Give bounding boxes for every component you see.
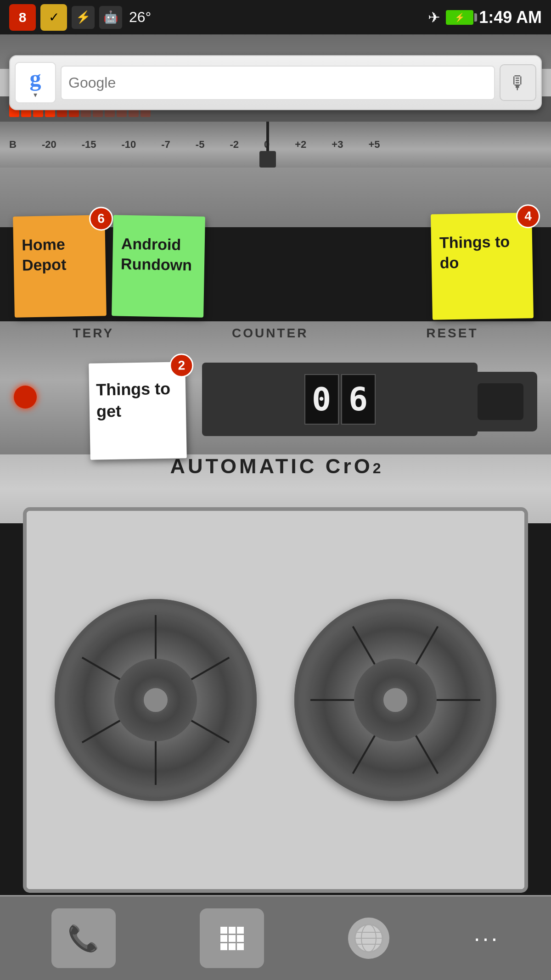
reset-button-inner [478,383,523,420]
usb-icon: ⚡ [72,6,95,29]
reels-section [27,511,524,889]
home-depot-text: Home Depot [22,234,98,275]
mic-icon: 🎙 [509,73,527,93]
sticky-note-android-rundown[interactable]: Android Rundown [112,215,205,317]
globe-icon [353,922,385,954]
globe-button[interactable] [348,918,389,959]
google-logo-button[interactable]: g ▾ [15,62,56,103]
phone-button[interactable]: 📞 [51,908,116,968]
home-depot-badge: 6 [89,207,113,231]
notification-icon-task[interactable]: ✓ [40,4,67,31]
svg-rect-4 [229,935,236,942]
more-button[interactable]: ··· [474,925,500,952]
grid-icon [218,924,246,952]
tape-window [23,507,528,893]
cro2-subscript: 2 [373,460,381,477]
reel-hub-left [142,686,169,714]
things-to-do-badge: 4 [516,204,540,229]
svg-rect-2 [237,927,244,934]
automatic-cro2-label: AUTOMATIC CrO [170,454,372,478]
reel-inner-right [354,659,437,741]
reset-button[interactable] [464,372,537,431]
counter-digits: 0 6 [304,374,376,425]
app-grid-button[interactable] [200,908,264,968]
search-input[interactable] [61,66,495,100]
svg-rect-7 [229,943,236,950]
status-bar-left: 8 ✓ ⚡ 🤖 26° [9,4,151,31]
left-reel [55,599,257,801]
temperature-display: 26° [129,9,151,26]
digit-tens: 0 [304,374,339,425]
red-indicator-light [14,386,37,409]
sticky-note-things-to-get[interactable]: 2 Things to get [89,362,187,460]
right-reel [294,599,496,801]
android-icon: 🤖 [99,6,122,29]
bottom-nav-bar: 📞 ··· [0,895,551,980]
google-dropdown-arrow: ▾ [34,90,37,99]
things-to-do-text: Things to do [439,231,525,273]
things-to-get-text: Things to get [96,378,180,422]
slider-area: B -20 -15 -10 -7 -5 -2 0 +2 +3 +5 [0,122,551,168]
svg-rect-0 [220,927,227,934]
google-g-letter: g [30,67,41,90]
android-rundown-text: Android Rundown [121,234,197,275]
svg-rect-6 [220,943,227,950]
svg-rect-1 [229,927,236,934]
svg-rect-3 [220,935,227,942]
reel-inner-left [114,659,197,741]
svg-rect-5 [237,935,244,942]
sticky-note-things-to-do[interactable]: 4 Things to do [431,213,534,320]
battery-icon: ⚡ [446,10,473,25]
time-display: 1:49 AM [479,8,542,27]
status-bar-right: ✈ ⚡ 1:49 AM [428,8,542,27]
airplane-icon: ✈ [428,9,440,26]
notification-badge-8[interactable]: 8 [9,4,36,31]
mic-button[interactable]: 🎙 [500,64,536,101]
digit-ones: 6 [341,374,376,425]
sticky-note-home-depot[interactable]: 6 Home Depot [13,215,107,317]
reel-hub-right [382,686,409,714]
sticky-notes-row1: 6 Home Depot Android Rundown 4 Things to… [0,193,551,340]
status-bar: 8 ✓ ⚡ 🤖 26° ✈ ⚡ 1:49 AM [0,0,551,34]
counter-display: 0 6 [202,363,478,436]
search-widget: g ▾ 🎙 [9,55,542,110]
svg-rect-8 [237,943,244,950]
